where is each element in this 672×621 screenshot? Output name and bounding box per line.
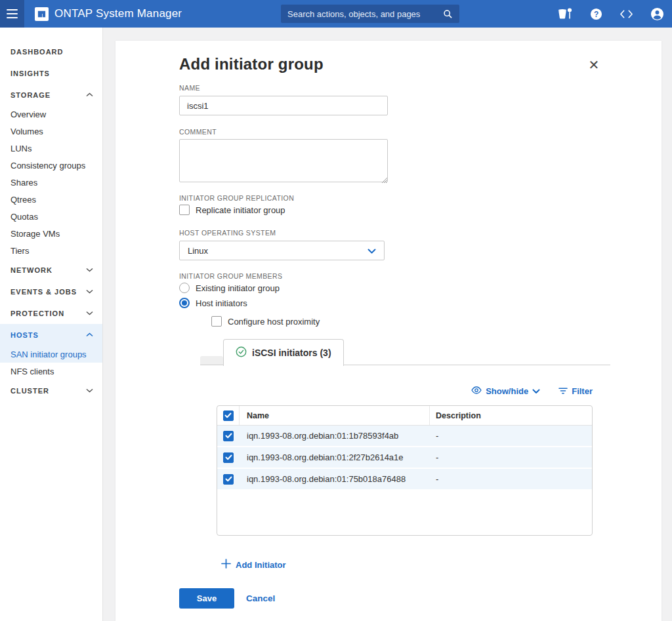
show-hide-button[interactable]: Show/hide [471, 386, 540, 396]
chevron-down-icon [368, 246, 376, 256]
plus-icon [221, 559, 231, 571]
host-initiators-radio[interactable]: Host initiators [179, 298, 247, 308]
netapp-logo-icon [35, 7, 49, 21]
tab-label: iSCSI initiators (3) [252, 348, 331, 358]
tab-iscsi-initiators[interactable]: iSCSI initiators (3) [223, 339, 344, 366]
existing-initiator-group-radio[interactable]: Existing initiator group [179, 283, 280, 293]
sidebar-item-hosts[interactable]: HOSTS [0, 324, 102, 346]
table-row[interactable]: iqn.1993-08.org.debian:01:2f27b2614a1e - [217, 447, 592, 469]
table-header-row: Name Description [217, 406, 592, 426]
save-button[interactable]: Save [179, 588, 234, 609]
user-account-icon[interactable] [650, 7, 664, 21]
sidebar-item-overview[interactable]: Overview [0, 106, 102, 123]
initiators-table: Name Description iqn.1993-08.org.debian:… [217, 405, 593, 536]
name-label: NAME [179, 84, 200, 92]
checkbox-unchecked-icon[interactable] [179, 205, 190, 215]
proximity-checkbox[interactable]: Configure host proximity [211, 316, 320, 327]
header-actions: ? [556, 0, 664, 28]
sidebar-item-san-initiator-groups[interactable]: SAN initiator groups [0, 346, 102, 363]
search-icon[interactable] [443, 9, 453, 19]
sidebar-item-storage[interactable]: STORAGE [0, 84, 102, 106]
sidebar-item-protection[interactable]: PROTECTION [0, 302, 102, 324]
column-header-description[interactable]: Description [430, 406, 592, 425]
replicate-checkbox[interactable]: Replicate initiator group [179, 205, 285, 215]
checkbox-checked-icon[interactable] [223, 452, 234, 463]
table-toolbar: Show/hide Filter [217, 386, 593, 396]
hamburger-menu-button[interactable] [0, 0, 24, 28]
sidebar-nav: DASHBOARD INSIGHTS STORAGE Overview Volu… [0, 28, 103, 621]
initiator-name: iqn.1993-08.org.debian:01:2f27b2614a1e [240, 452, 430, 462]
sidebar-item-insights[interactable]: INSIGHTS [0, 62, 102, 84]
app-header: ONTAP System Manager ? [0, 0, 672, 28]
checkbox-checked-icon[interactable] [223, 474, 234, 485]
initiator-name: iqn.1993-08.org.debian:01:75b018a76488 [240, 474, 430, 484]
select-all-checkbox[interactable] [217, 406, 240, 425]
eye-icon [471, 386, 482, 396]
help-icon[interactable]: ? [590, 8, 602, 20]
sandbox-icon[interactable] [556, 7, 573, 20]
sidebar-item-storage-vms[interactable]: Storage VMs [0, 225, 102, 242]
sidebar-item-events-jobs[interactable]: EVENTS & JOBS [0, 281, 102, 302]
main-content: ✕ Add initiator group NAME COMMENT INITI… [104, 28, 672, 621]
chevron-up-icon [86, 92, 93, 97]
sidebar-item-consistency-groups[interactable]: Consistency groups [0, 157, 102, 174]
initiator-description: - [430, 474, 592, 484]
close-icon[interactable]: ✕ [587, 58, 601, 72]
chevron-down-icon [86, 311, 93, 315]
chevron-down-icon [86, 388, 93, 393]
sidebar-item-dashboard[interactable]: DASHBOARD [0, 41, 102, 62]
sidebar-item-network[interactable]: NETWORK [0, 259, 102, 281]
sidebar-item-luns[interactable]: LUNs [0, 140, 102, 157]
app-title: ONTAP System Manager [54, 7, 182, 20]
checkbox-unchecked-icon[interactable] [211, 316, 222, 327]
add-initiator-button[interactable]: Add Initiator [221, 559, 286, 571]
sidebar-item-cluster[interactable]: CLUSTER [0, 380, 102, 401]
initiator-description: - [430, 452, 592, 462]
brand: ONTAP System Manager [35, 7, 182, 21]
sidebar-item-shares[interactable]: Shares [0, 174, 102, 191]
checkbox-checked-icon[interactable] [223, 411, 234, 421]
checkbox-checked-icon[interactable] [223, 431, 234, 441]
sidebar-item-quotas[interactable]: Quotas [0, 208, 102, 225]
table-row[interactable]: iqn.1993-08.org.debian:01:1b78593f4ab - [217, 426, 592, 447]
host-os-value: Linux [188, 246, 208, 256]
dialog-title: Add initiator group [179, 55, 324, 73]
add-initiator-group-dialog: ✕ Add initiator group NAME COMMENT INITI… [116, 41, 662, 621]
sidebar-item-qtrees[interactable]: Qtrees [0, 191, 102, 208]
sidebar-item-volumes[interactable]: Volumes [0, 123, 102, 140]
global-search[interactable] [281, 5, 459, 23]
rest-api-icon[interactable] [620, 9, 633, 19]
svg-text:?: ? [594, 9, 598, 18]
initiator-description: - [430, 431, 592, 441]
chevron-up-icon [86, 332, 93, 337]
comment-textarea[interactable] [179, 139, 388, 182]
sidebar-item-nfs-clients[interactable]: NFS clients [0, 363, 102, 380]
comment-label: COMMENT [179, 128, 217, 136]
filter-icon [558, 386, 568, 396]
initiator-name: iqn.1993-08.org.debian:01:1b78593f4ab [240, 431, 430, 441]
chevron-down-icon [532, 386, 540, 396]
radio-unselected-icon[interactable] [179, 283, 190, 293]
filter-button[interactable]: Filter [558, 386, 593, 396]
column-header-name[interactable]: Name [240, 406, 430, 425]
replication-label: INITIATOR GROUP REPLICATION [179, 194, 294, 202]
host-os-select[interactable]: Linux [179, 241, 385, 260]
host-os-label: HOST OPERATING SYSTEM [179, 229, 276, 237]
tab-strip-lead [200, 356, 223, 365]
chevron-down-icon [86, 289, 93, 294]
cancel-button[interactable]: Cancel [246, 593, 275, 603]
chevron-down-icon [86, 268, 93, 272]
sidebar-item-tiers[interactable]: Tiers [0, 242, 102, 259]
members-label: INITIATOR GROUP MEMBERS [179, 272, 282, 280]
name-input[interactable] [179, 96, 388, 115]
radio-selected-icon[interactable] [179, 298, 190, 308]
check-circle-icon [236, 346, 247, 359]
table-row[interactable]: iqn.1993-08.org.debian:01:75b018a76488 - [217, 469, 592, 491]
global-search-input[interactable] [287, 9, 443, 19]
